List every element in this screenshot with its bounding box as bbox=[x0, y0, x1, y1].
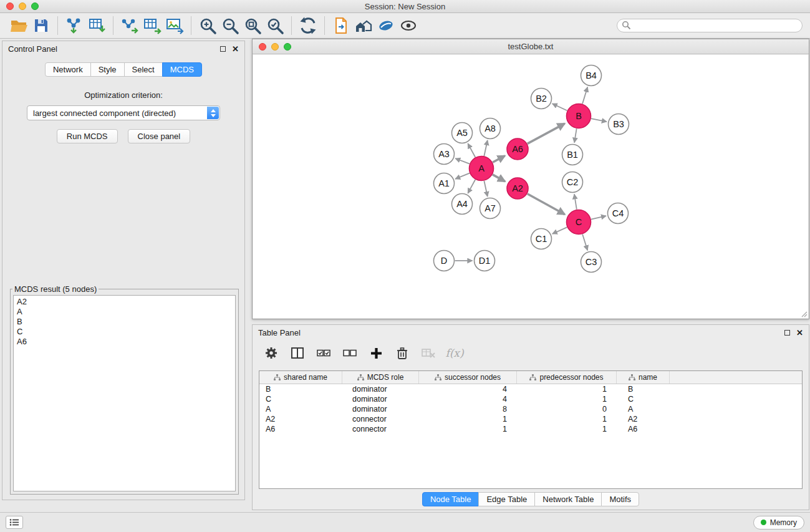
graph-node-A7[interactable]: A7 bbox=[480, 198, 501, 219]
graph-edge-A-A5[interactable] bbox=[468, 143, 475, 157]
table-row[interactable]: Cdominator41C bbox=[259, 394, 802, 404]
network-close-button[interactable] bbox=[259, 43, 266, 51]
mcds-result-item[interactable]: C bbox=[17, 327, 232, 337]
open-session-button[interactable] bbox=[7, 15, 30, 36]
mcds-result-list[interactable]: A2ABCA6 bbox=[13, 295, 236, 491]
graph-node-C3[interactable]: C3 bbox=[581, 252, 602, 273]
tab-mcds[interactable]: MCDS bbox=[162, 62, 202, 77]
graph-edge-B-B4[interactable] bbox=[582, 87, 587, 104]
search-input[interactable] bbox=[617, 19, 803, 32]
select-all-button[interactable] bbox=[314, 344, 334, 362]
show-columns-button[interactable] bbox=[287, 344, 307, 362]
tab-edge-table[interactable]: Edge Table bbox=[478, 492, 535, 506]
graph-edge-C-C3[interactable] bbox=[582, 235, 587, 251]
graph-node-B4[interactable]: B4 bbox=[581, 65, 602, 86]
graph-node-C[interactable]: C bbox=[567, 210, 591, 235]
function-builder-button[interactable]: f(x) bbox=[445, 344, 465, 362]
graph-node-A4[interactable]: A4 bbox=[452, 194, 473, 215]
tab-node-table[interactable]: Node Table bbox=[422, 492, 480, 506]
column-header[interactable]: MCDS role bbox=[342, 371, 419, 384]
column-header[interactable]: successor nodes bbox=[419, 371, 517, 384]
float-table-panel-icon[interactable] bbox=[784, 330, 790, 336]
table-row[interactable]: A6connector11A6 bbox=[259, 424, 802, 434]
mcds-result-item[interactable]: B bbox=[17, 317, 232, 327]
graph-edge-A-A1[interactable] bbox=[455, 173, 470, 179]
mcds-result-item[interactable]: A6 bbox=[17, 337, 232, 347]
graph-node-C2[interactable]: C2 bbox=[562, 172, 583, 193]
graph-node-B[interactable]: B bbox=[567, 104, 591, 128]
float-panel-icon[interactable] bbox=[220, 46, 226, 52]
graph-node-A8[interactable]: A8 bbox=[480, 118, 501, 139]
import-network-button[interactable] bbox=[63, 15, 85, 36]
graph-edge-C-C2[interactable] bbox=[574, 194, 577, 209]
table-row[interactable]: A2connector11A2 bbox=[259, 414, 802, 424]
zoom-in-button[interactable] bbox=[196, 15, 219, 36]
zoom-window-button[interactable] bbox=[31, 2, 39, 10]
task-history-button[interactable] bbox=[6, 516, 23, 529]
tab-style[interactable]: Style bbox=[90, 62, 125, 77]
delete-column-button[interactable] bbox=[392, 344, 412, 362]
graph-node-D[interactable]: D bbox=[434, 251, 455, 271]
graph-node-A6[interactable]: A6 bbox=[507, 138, 528, 160]
graph-edge-B-B2[interactable] bbox=[552, 104, 567, 110]
import-table-button[interactable] bbox=[85, 15, 108, 36]
network-zoom-button[interactable] bbox=[284, 43, 291, 51]
graph-edge-A-A2[interactable] bbox=[493, 175, 505, 181]
run-mcds-button[interactable]: Run MCDS bbox=[57, 129, 118, 143]
refresh-layout-button[interactable] bbox=[297, 15, 319, 36]
graph-node-A3[interactable]: A3 bbox=[434, 144, 455, 165]
deselect-all-button[interactable] bbox=[340, 344, 360, 362]
network-graph[interactable]: B4B2BB3A5A8A6A3AB1A1A2C2A4A7C4CC1C3DD1 bbox=[253, 55, 808, 318]
network-canvas[interactable]: B4B2BB3A5A8A6A3AB1A1A2C2A4A7C4CC1C3DD1 bbox=[253, 55, 808, 318]
graph-edge-A6-B[interactable] bbox=[528, 123, 565, 143]
delete-table-button[interactable] bbox=[418, 344, 438, 362]
export-network-button[interactable] bbox=[118, 15, 141, 36]
graph-node-D1[interactable]: D1 bbox=[475, 251, 495, 271]
graph-edge-A-A3[interactable] bbox=[455, 158, 470, 164]
graph-node-C4[interactable]: C4 bbox=[608, 203, 629, 224]
graph-edge-B-B1[interactable] bbox=[574, 128, 577, 143]
graph-node-C1[interactable]: C1 bbox=[531, 229, 552, 249]
tab-select[interactable]: Select bbox=[124, 62, 163, 77]
memory-button[interactable]: Memory bbox=[753, 516, 804, 530]
graph-edge-C-C4[interactable] bbox=[591, 216, 606, 219]
graph-edge-A-A6[interactable] bbox=[493, 156, 505, 162]
mcds-result-item[interactable]: A bbox=[17, 307, 232, 317]
zoom-selected-button[interactable] bbox=[264, 15, 286, 36]
home-button[interactable] bbox=[352, 15, 375, 36]
export-image-button[interactable] bbox=[163, 15, 186, 36]
zoom-fit-button[interactable] bbox=[241, 15, 264, 36]
graph-edge-C-C1[interactable] bbox=[552, 227, 567, 234]
tab-network[interactable]: Network bbox=[45, 62, 91, 77]
column-header[interactable]: name bbox=[617, 371, 670, 384]
mcds-result-item[interactable]: A2 bbox=[17, 297, 232, 307]
column-header[interactable]: predecessor nodes bbox=[517, 371, 617, 384]
export-table-button[interactable] bbox=[141, 15, 163, 36]
network-minimize-button[interactable] bbox=[271, 43, 279, 51]
graph-node-A[interactable]: A bbox=[470, 157, 494, 181]
graphics-details-button[interactable] bbox=[375, 15, 397, 36]
show-hide-button[interactable] bbox=[397, 15, 420, 36]
table-row[interactable]: Adominator80A bbox=[259, 404, 802, 414]
graph-edge-A-A4[interactable] bbox=[468, 180, 475, 193]
session-file-button[interactable] bbox=[330, 15, 352, 36]
graph-edge-B-B3[interactable] bbox=[591, 118, 607, 122]
table-settings-button[interactable] bbox=[261, 344, 281, 362]
close-panel-button[interactable]: Close panel bbox=[128, 129, 191, 143]
graph-edge-A-A7[interactable] bbox=[484, 181, 487, 196]
add-column-button[interactable] bbox=[366, 344, 386, 362]
minimize-window-button[interactable] bbox=[19, 2, 26, 10]
resize-grip-icon[interactable] bbox=[800, 310, 808, 317]
graph-node-B3[interactable]: B3 bbox=[609, 114, 629, 135]
criterion-select[interactable]: largest connected component (directed) bbox=[27, 105, 220, 120]
close-panel-icon[interactable]: ✕ bbox=[232, 45, 239, 53]
graph-node-A1[interactable]: A1 bbox=[434, 173, 455, 194]
zoom-out-button[interactable] bbox=[219, 15, 241, 36]
graph-node-A5[interactable]: A5 bbox=[452, 123, 473, 143]
column-header[interactable]: shared name bbox=[259, 371, 342, 384]
close-window-button[interactable] bbox=[6, 2, 14, 10]
graph-node-B1[interactable]: B1 bbox=[562, 145, 583, 165]
graph-node-A2[interactable]: A2 bbox=[507, 178, 528, 199]
table-row[interactable]: Bdominator41B bbox=[259, 384, 802, 394]
graph-node-B2[interactable]: B2 bbox=[531, 89, 552, 109]
